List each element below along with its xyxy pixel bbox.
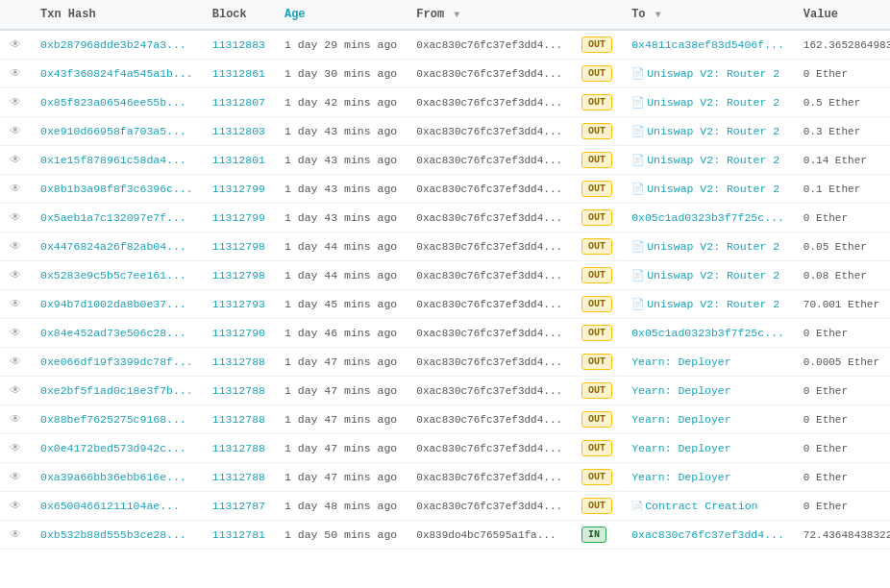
block-link[interactable]: 11312788: [212, 471, 265, 483]
to-label-link[interactable]: Uniswap V2: Router 2: [647, 298, 779, 310]
from-link[interactable]: 0xac830c76fc37ef3dd4...: [416, 299, 562, 310]
from-link[interactable]: 0xac830c76fc37ef3dd4...: [416, 68, 562, 80]
from-link[interactable]: 0xac830c76fc37ef3dd4...: [416, 241, 562, 253]
block-link[interactable]: 11312790: [212, 327, 265, 339]
block-link[interactable]: 11312788: [212, 384, 265, 397]
to-filter-icon[interactable]: ▼: [655, 10, 665, 19]
to-label-link[interactable]: Yearn: Deployer: [631, 355, 731, 368]
txn-hash-link[interactable]: 0xb287968dde3b247a3...: [40, 38, 186, 51]
txn-hash-link[interactable]: 0xb532b88d555b3ce28...: [40, 528, 186, 541]
eye-icon[interactable]: 👁: [10, 183, 21, 196]
eye-icon[interactable]: 👁: [10, 442, 21, 455]
txn-hash-link[interactable]: 0x0e4172bed573d942c...: [40, 442, 186, 454]
from-link[interactable]: 0xac830c76fc37ef3dd4...: [416, 385, 562, 397]
eye-icon[interactable]: 👁: [10, 125, 21, 138]
from-link[interactable]: 0xac830c76fc37ef3dd4...: [416, 414, 562, 426]
txn-hash-link[interactable]: 0x94b7d1002da8b0e37...: [40, 298, 186, 310]
eye-icon[interactable]: 👁: [10, 211, 21, 225]
to-label-link[interactable]: Uniswap V2: Router 2: [647, 67, 779, 80]
block-link[interactable]: 11312787: [212, 500, 265, 512]
direction-badge: OUT: [581, 469, 612, 485]
from-link[interactable]: 0xac830c76fc37ef3dd4...: [416, 270, 562, 282]
to-label-link[interactable]: Uniswap V2: Router 2: [647, 96, 779, 109]
txn-hash-link[interactable]: 0x5aeb1a7c132097e7f...: [40, 211, 186, 224]
eye-icon[interactable]: 👁: [10, 269, 21, 282]
to-label-link[interactable]: Uniswap V2: Router 2: [647, 240, 779, 253]
from-link[interactable]: 0xac830c76fc37ef3dd4...: [416, 126, 562, 137]
txn-hash-link[interactable]: 0x5283e9c5b5c7ee161...: [40, 269, 186, 282]
txn-hash-link[interactable]: 0x84e452ad73e506c28...: [40, 327, 186, 339]
from-link[interactable]: 0xac830c76fc37ef3dd4...: [416, 97, 562, 109]
to-label-link[interactable]: Uniswap V2: Router 2: [647, 154, 779, 166]
age-cell: 1 day 44 mins ago: [275, 233, 407, 261]
block-link[interactable]: 11312798: [212, 240, 265, 253]
block-link[interactable]: 11312793: [212, 298, 265, 310]
to-address-link[interactable]: 0x05c1ad0323b3f7f25c...: [631, 327, 784, 339]
block-link[interactable]: 11312807: [212, 96, 265, 109]
block-link[interactable]: 11312799: [212, 211, 265, 224]
from-link[interactable]: 0xac830c76fc37ef3dd4...: [416, 212, 562, 224]
to-address-link[interactable]: 0x05c1ad0323b3f7f25c...: [631, 211, 784, 224]
txn-hash-link[interactable]: 0x1e15f878961c58da4...: [40, 154, 186, 166]
block-link[interactable]: 11312803: [212, 125, 265, 137]
from-link[interactable]: 0xac830c76fc37ef3dd4...: [416, 356, 562, 368]
direction-badge: OUT: [581, 325, 612, 341]
to-label-link[interactable]: Yearn: Deployer: [631, 384, 731, 397]
block-link[interactable]: 11312861: [212, 67, 265, 80]
eye-icon[interactable]: 👁: [10, 384, 21, 398]
eye-icon[interactable]: 👁: [10, 500, 21, 513]
block-link[interactable]: 11312788: [212, 413, 265, 426]
age-cell: 1 day 42 mins ago: [275, 88, 407, 117]
txn-hash-link[interactable]: 0xe066df19f3399dc78f...: [40, 355, 193, 368]
eye-icon[interactable]: 👁: [10, 298, 21, 311]
txn-hash-link[interactable]: 0x88bef7625275c9168...: [40, 413, 186, 426]
from-cell: 0xac830c76fc37ef3dd4...: [407, 348, 572, 377]
eye-icon[interactable]: 👁: [10, 528, 21, 542]
block-link[interactable]: 11312781: [212, 528, 265, 541]
eye-icon[interactable]: 👁: [10, 67, 21, 81]
eye-icon[interactable]: 👁: [10, 355, 21, 369]
eye-icon[interactable]: 👁: [10, 38, 21, 52]
to-label-link[interactable]: Uniswap V2: Router 2: [647, 183, 779, 195]
to-label-link[interactable]: Yearn: Deployer: [631, 471, 731, 483]
eye-icon[interactable]: 👁: [10, 327, 21, 340]
from-link[interactable]: 0xac830c76fc37ef3dd4...: [416, 328, 562, 339]
block-link[interactable]: 11312801: [212, 154, 265, 166]
to-label-link[interactable]: Yearn: Deployer: [631, 442, 731, 454]
from-link[interactable]: 0xac830c76fc37ef3dd4...: [416, 472, 562, 483]
block-link[interactable]: 11312788: [212, 442, 265, 454]
txn-hash-link[interactable]: 0x8b1b3a98f8f3c6396c...: [40, 183, 193, 195]
eye-icon[interactable]: 👁: [10, 471, 21, 484]
col-block: Block: [203, 0, 275, 30]
txn-hash-link[interactable]: 0x85f823a06546ee55b...: [40, 96, 186, 109]
age-cell: 1 day 43 mins ago: [275, 204, 407, 233]
from-link[interactable]: 0xac830c76fc37ef3dd4...: [416, 443, 562, 454]
txn-hash-link[interactable]: 0xe2bf5f1ad0c18e3f7b...: [40, 384, 193, 397]
to-address-link[interactable]: 0xac830c76fc37ef3dd4...: [631, 528, 784, 541]
from-link[interactable]: 0xac830c76fc37ef3dd4...: [416, 155, 562, 166]
block-link[interactable]: 11312788: [212, 355, 265, 368]
from-link[interactable]: 0xac830c76fc37ef3dd4...: [416, 184, 562, 195]
txn-hash-link[interactable]: 0xe910d66958fa703a5...: [40, 125, 186, 137]
from-link[interactable]: 0xac830c76fc37ef3dd4...: [416, 501, 562, 512]
block-link[interactable]: 11312799: [212, 183, 265, 195]
from-link[interactable]: 0xac830c76fc37ef3dd4...: [416, 39, 562, 51]
to-address-link[interactable]: 0x4811ca38ef83d5406f...: [631, 38, 784, 51]
block-link[interactable]: 11312883: [212, 38, 265, 51]
to-label-link[interactable]: Uniswap V2: Router 2: [647, 125, 779, 137]
eye-icon[interactable]: 👁: [10, 96, 21, 110]
to-label-link[interactable]: Contract Creation: [645, 500, 757, 512]
block-link[interactable]: 11312798: [212, 269, 265, 282]
txn-hash-link[interactable]: 0x43f360824f4a545a1b...: [40, 67, 193, 80]
txn-hash-cell: 0xb532b88d555b3ce28...: [31, 521, 203, 550]
to-label-link[interactable]: Uniswap V2: Router 2: [647, 269, 779, 282]
to-label-link[interactable]: Yearn: Deployer: [631, 413, 731, 426]
txn-hash-link[interactable]: 0xa39a66bb36ebb616e...: [40, 471, 186, 483]
from-link[interactable]: 0x839do4bc76595a1fa...: [416, 529, 556, 541]
eye-icon[interactable]: 👁: [10, 413, 21, 427]
eye-icon[interactable]: 👁: [10, 154, 21, 167]
eye-icon[interactable]: 👁: [10, 240, 21, 254]
txn-hash-link[interactable]: 0x65004661211104ae...: [40, 500, 180, 512]
txn-hash-link[interactable]: 0x4476824a26f82ab04...: [40, 240, 186, 253]
from-filter-icon[interactable]: ▼: [454, 10, 463, 19]
